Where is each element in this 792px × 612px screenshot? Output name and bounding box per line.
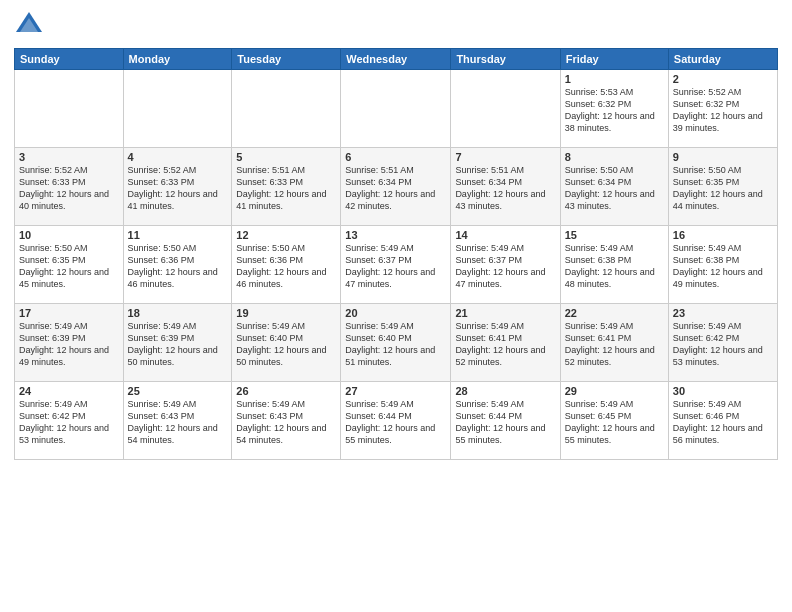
day-info: Sunrise: 5:49 AM Sunset: 6:42 PM Dayligh…: [19, 398, 119, 447]
day-number: 6: [345, 151, 446, 163]
day-number: 12: [236, 229, 336, 241]
calendar-cell: 14Sunrise: 5:49 AM Sunset: 6:37 PM Dayli…: [451, 226, 560, 304]
calendar-cell: 6Sunrise: 5:51 AM Sunset: 6:34 PM Daylig…: [341, 148, 451, 226]
day-info: Sunrise: 5:49 AM Sunset: 6:38 PM Dayligh…: [673, 242, 773, 291]
logo: [14, 10, 48, 40]
day-info: Sunrise: 5:49 AM Sunset: 6:37 PM Dayligh…: [455, 242, 555, 291]
day-number: 14: [455, 229, 555, 241]
calendar-cell: 5Sunrise: 5:51 AM Sunset: 6:33 PM Daylig…: [232, 148, 341, 226]
day-info: Sunrise: 5:50 AM Sunset: 6:34 PM Dayligh…: [565, 164, 664, 213]
day-number: 3: [19, 151, 119, 163]
day-info: Sunrise: 5:49 AM Sunset: 6:45 PM Dayligh…: [565, 398, 664, 447]
calendar-week-row: 24Sunrise: 5:49 AM Sunset: 6:42 PM Dayli…: [15, 382, 778, 460]
calendar-cell: 18Sunrise: 5:49 AM Sunset: 6:39 PM Dayli…: [123, 304, 232, 382]
day-info: Sunrise: 5:49 AM Sunset: 6:38 PM Dayligh…: [565, 242, 664, 291]
day-number: 25: [128, 385, 228, 397]
day-info: Sunrise: 5:52 AM Sunset: 6:33 PM Dayligh…: [19, 164, 119, 213]
day-info: Sunrise: 5:50 AM Sunset: 6:35 PM Dayligh…: [673, 164, 773, 213]
day-number: 1: [565, 73, 664, 85]
day-number: 17: [19, 307, 119, 319]
day-number: 13: [345, 229, 446, 241]
calendar-cell: 20Sunrise: 5:49 AM Sunset: 6:40 PM Dayli…: [341, 304, 451, 382]
day-number: 10: [19, 229, 119, 241]
day-info: Sunrise: 5:49 AM Sunset: 6:44 PM Dayligh…: [455, 398, 555, 447]
calendar-cell: 25Sunrise: 5:49 AM Sunset: 6:43 PM Dayli…: [123, 382, 232, 460]
day-number: 8: [565, 151, 664, 163]
calendar-cell: 2Sunrise: 5:52 AM Sunset: 6:32 PM Daylig…: [668, 70, 777, 148]
day-number: 19: [236, 307, 336, 319]
day-number: 16: [673, 229, 773, 241]
calendar-cell: 22Sunrise: 5:49 AM Sunset: 6:41 PM Dayli…: [560, 304, 668, 382]
day-info: Sunrise: 5:50 AM Sunset: 6:36 PM Dayligh…: [236, 242, 336, 291]
day-info: Sunrise: 5:49 AM Sunset: 6:40 PM Dayligh…: [345, 320, 446, 369]
calendar-cell: 7Sunrise: 5:51 AM Sunset: 6:34 PM Daylig…: [451, 148, 560, 226]
day-number: 15: [565, 229, 664, 241]
day-number: 5: [236, 151, 336, 163]
calendar-week-row: 3Sunrise: 5:52 AM Sunset: 6:33 PM Daylig…: [15, 148, 778, 226]
calendar-cell: 10Sunrise: 5:50 AM Sunset: 6:35 PM Dayli…: [15, 226, 124, 304]
calendar-cell: [232, 70, 341, 148]
weekday-header: Wednesday: [341, 49, 451, 70]
calendar-cell: 24Sunrise: 5:49 AM Sunset: 6:42 PM Dayli…: [15, 382, 124, 460]
day-info: Sunrise: 5:52 AM Sunset: 6:32 PM Dayligh…: [673, 86, 773, 135]
day-info: Sunrise: 5:49 AM Sunset: 6:41 PM Dayligh…: [455, 320, 555, 369]
day-info: Sunrise: 5:49 AM Sunset: 6:44 PM Dayligh…: [345, 398, 446, 447]
day-number: 30: [673, 385, 773, 397]
page: SundayMondayTuesdayWednesdayThursdayFrid…: [0, 0, 792, 612]
day-number: 9: [673, 151, 773, 163]
day-info: Sunrise: 5:52 AM Sunset: 6:33 PM Dayligh…: [128, 164, 228, 213]
day-number: 11: [128, 229, 228, 241]
day-info: Sunrise: 5:49 AM Sunset: 6:41 PM Dayligh…: [565, 320, 664, 369]
calendar-cell: 16Sunrise: 5:49 AM Sunset: 6:38 PM Dayli…: [668, 226, 777, 304]
day-number: 22: [565, 307, 664, 319]
day-info: Sunrise: 5:50 AM Sunset: 6:36 PM Dayligh…: [128, 242, 228, 291]
day-number: 2: [673, 73, 773, 85]
calendar-cell: 11Sunrise: 5:50 AM Sunset: 6:36 PM Dayli…: [123, 226, 232, 304]
day-info: Sunrise: 5:49 AM Sunset: 6:37 PM Dayligh…: [345, 242, 446, 291]
day-number: 27: [345, 385, 446, 397]
weekday-header-row: SundayMondayTuesdayWednesdayThursdayFrid…: [15, 49, 778, 70]
calendar-cell: 28Sunrise: 5:49 AM Sunset: 6:44 PM Dayli…: [451, 382, 560, 460]
calendar-cell: 12Sunrise: 5:50 AM Sunset: 6:36 PM Dayli…: [232, 226, 341, 304]
calendar-cell: 1Sunrise: 5:53 AM Sunset: 6:32 PM Daylig…: [560, 70, 668, 148]
header: [14, 10, 778, 40]
calendar-cell: 21Sunrise: 5:49 AM Sunset: 6:41 PM Dayli…: [451, 304, 560, 382]
day-info: Sunrise: 5:50 AM Sunset: 6:35 PM Dayligh…: [19, 242, 119, 291]
day-info: Sunrise: 5:49 AM Sunset: 6:43 PM Dayligh…: [128, 398, 228, 447]
calendar-cell: 3Sunrise: 5:52 AM Sunset: 6:33 PM Daylig…: [15, 148, 124, 226]
day-info: Sunrise: 5:51 AM Sunset: 6:33 PM Dayligh…: [236, 164, 336, 213]
calendar-table: SundayMondayTuesdayWednesdayThursdayFrid…: [14, 48, 778, 460]
day-number: 4: [128, 151, 228, 163]
calendar-cell: [341, 70, 451, 148]
calendar-cell: 4Sunrise: 5:52 AM Sunset: 6:33 PM Daylig…: [123, 148, 232, 226]
weekday-header: Tuesday: [232, 49, 341, 70]
day-info: Sunrise: 5:49 AM Sunset: 6:42 PM Dayligh…: [673, 320, 773, 369]
day-number: 18: [128, 307, 228, 319]
weekday-header: Thursday: [451, 49, 560, 70]
day-info: Sunrise: 5:49 AM Sunset: 6:46 PM Dayligh…: [673, 398, 773, 447]
calendar-cell: 26Sunrise: 5:49 AM Sunset: 6:43 PM Dayli…: [232, 382, 341, 460]
calendar-week-row: 1Sunrise: 5:53 AM Sunset: 6:32 PM Daylig…: [15, 70, 778, 148]
calendar-week-row: 17Sunrise: 5:49 AM Sunset: 6:39 PM Dayli…: [15, 304, 778, 382]
calendar-cell: 30Sunrise: 5:49 AM Sunset: 6:46 PM Dayli…: [668, 382, 777, 460]
day-info: Sunrise: 5:53 AM Sunset: 6:32 PM Dayligh…: [565, 86, 664, 135]
calendar-cell: 27Sunrise: 5:49 AM Sunset: 6:44 PM Dayli…: [341, 382, 451, 460]
day-number: 7: [455, 151, 555, 163]
day-info: Sunrise: 5:49 AM Sunset: 6:39 PM Dayligh…: [128, 320, 228, 369]
calendar-cell: 17Sunrise: 5:49 AM Sunset: 6:39 PM Dayli…: [15, 304, 124, 382]
calendar-cell: [15, 70, 124, 148]
weekday-header: Saturday: [668, 49, 777, 70]
day-number: 26: [236, 385, 336, 397]
calendar-cell: 13Sunrise: 5:49 AM Sunset: 6:37 PM Dayli…: [341, 226, 451, 304]
calendar-cell: [451, 70, 560, 148]
day-number: 24: [19, 385, 119, 397]
day-info: Sunrise: 5:49 AM Sunset: 6:40 PM Dayligh…: [236, 320, 336, 369]
calendar-cell: 8Sunrise: 5:50 AM Sunset: 6:34 PM Daylig…: [560, 148, 668, 226]
calendar-cell: 9Sunrise: 5:50 AM Sunset: 6:35 PM Daylig…: [668, 148, 777, 226]
calendar-cell: 19Sunrise: 5:49 AM Sunset: 6:40 PM Dayli…: [232, 304, 341, 382]
day-number: 28: [455, 385, 555, 397]
day-info: Sunrise: 5:51 AM Sunset: 6:34 PM Dayligh…: [455, 164, 555, 213]
weekday-header: Monday: [123, 49, 232, 70]
day-info: Sunrise: 5:49 AM Sunset: 6:39 PM Dayligh…: [19, 320, 119, 369]
calendar-cell: 23Sunrise: 5:49 AM Sunset: 6:42 PM Dayli…: [668, 304, 777, 382]
